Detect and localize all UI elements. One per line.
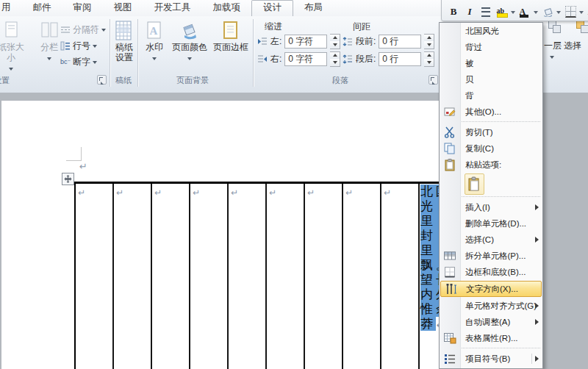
font-color-bar — [520, 15, 528, 18]
table-cell[interactable]: ↵ — [76, 184, 114, 369]
indent-right-spinner[interactable] — [330, 51, 340, 67]
setup-dialog-launcher[interactable] — [97, 75, 107, 85]
chevron-down-icon[interactable] — [579, 11, 584, 14]
chevron-down-icon[interactable] — [534, 11, 538, 14]
space-before-label: 段前: — [356, 35, 376, 48]
chevron-down-icon — [47, 57, 51, 60]
cell-paragraph-mark: ↵ — [345, 187, 353, 198]
indent-right-input[interactable]: 0 字符 — [284, 52, 327, 66]
menu-item-label: 自动调整(A) — [465, 318, 510, 326]
chevron-down-icon[interactable] — [511, 11, 515, 14]
line-numbers-button[interactable]: 行号 — [60, 38, 97, 54]
bold-button[interactable]: B — [446, 5, 461, 18]
candidate-5-menu-item[interactable]: 背 — [440, 87, 542, 104]
hyphenation-label: 断字 — [73, 56, 90, 68]
spacing-header: 间距 — [353, 21, 370, 33]
genko-settings-button[interactable]: 稿纸 设置 — [112, 19, 137, 68]
arrange-group-fragment: 一层 选择 — [544, 40, 588, 52]
menu-item-label: 其他(O)... — [465, 107, 501, 116]
table-cell[interactable]: ↵ — [305, 184, 343, 369]
insert-menu-item[interactable]: 插入(I) — [440, 199, 542, 215]
cut-menu-item[interactable]: 剪切(T) — [440, 124, 542, 140]
tab-1[interactable]: 用 — [0, 0, 22, 16]
paper-size-button[interactable]: 纸张大小 — [0, 19, 28, 68]
select-menu-item[interactable]: 选择(C) — [440, 232, 542, 248]
group-label-manuscript: 稿纸 — [115, 75, 132, 86]
borders-icon — [443, 265, 456, 279]
menu-separator — [462, 196, 540, 197]
table-cell[interactable]: ↵ — [152, 184, 190, 369]
space-after-icon — [343, 54, 353, 64]
candidate-2-menu-item[interactable]: 背过 — [440, 39, 542, 55]
cell-paragraph-mark: ↵ — [231, 187, 238, 198]
italic-button[interactable]: I — [462, 5, 477, 18]
space-after-input[interactable]: 0 行 — [379, 52, 421, 66]
table-cell[interactable]: ↵ — [229, 184, 267, 369]
cell-paragraph-mark: ↵ — [116, 187, 123, 198]
ime-more-menu-item[interactable]: 其他(O)... — [440, 104, 542, 120]
page-color-button[interactable]: 页面颜色 — [171, 19, 209, 68]
borders-button[interactable] — [563, 5, 578, 18]
hyphenation-button[interactable]: bc⁻ 断字 — [60, 54, 97, 70]
tab-5[interactable]: 开发工具 — [143, 0, 202, 16]
space-after-label: 段后: — [356, 53, 376, 65]
ime-pad-icon — [443, 105, 456, 118]
copy-menu-item[interactable]: 复制(C) — [440, 140, 542, 157]
tab-4[interactable]: 视图 — [103, 0, 143, 16]
chevron-down-icon — [9, 68, 13, 71]
group-label-page-bg: 页面背景 — [176, 75, 209, 86]
table-cell[interactable]: ↵ — [190, 184, 229, 369]
candidate-1-menu-item[interactable]: 北国风光 — [440, 23, 542, 39]
paper-size-icon — [1, 21, 21, 41]
breaks-button[interactable]: 分隔符 — [60, 22, 106, 37]
paste-keep-source-button[interactable] — [465, 173, 484, 195]
table-cell[interactable]: ↵ — [267, 184, 305, 369]
page-borders-button[interactable]: 页面边框 — [212, 19, 250, 68]
send-backward-icon-2[interactable] — [553, 25, 561, 33]
shading-button[interactable] — [540, 5, 555, 18]
table-cell[interactable]: ↵ — [343, 184, 381, 369]
tab-7[interactable]: 设计 — [251, 0, 293, 16]
indent-left-label: 左: — [270, 35, 282, 48]
cell-alignment-menu-item[interactable]: 单元格对齐方式(G) — [440, 298, 542, 314]
document-page[interactable]: ↵ ↵↵↵↵↵↵↵↵↵北国光，里封，里飘。望长内外惟余莽↵ — [1, 101, 484, 369]
align-distributed-icon — [481, 7, 490, 17]
indent-left-spinner[interactable] — [330, 34, 340, 49]
copy-icon — [443, 142, 456, 155]
tab-8[interactable]: 布局 — [293, 0, 334, 16]
text-direction-menu-item[interactable]: 文字方向(X)... — [440, 281, 542, 297]
document-table[interactable]: ↵↵↵↵↵↵↵↵↵北国光，里封，里飘。望长内外惟余莽↵ — [74, 182, 487, 369]
space-before-spinner[interactable] — [424, 34, 434, 49]
borders-shading-menu-item[interactable]: 边框和底纹(B)... — [440, 264, 542, 280]
context-menu: 北国风光背过被贝背其他(O)...剪切(T)复制(C)粘贴选项:插入(I)删除单… — [439, 22, 543, 369]
paragraph-dialog-launcher[interactable] — [429, 75, 438, 85]
candidate-4-menu-item[interactable]: 贝 — [440, 71, 542, 87]
candidate-3-menu-item[interactable]: 被 — [440, 55, 542, 71]
bring-forward-icon-2[interactable] — [581, 25, 588, 33]
delete-cells-menu-item[interactable]: 删除单元格(D)... — [440, 215, 542, 232]
text-highlight-button[interactable]: ab — [495, 5, 509, 18]
font-color-button[interactable]: A — [517, 5, 532, 18]
cell-paragraph-mark: ↵ — [384, 187, 391, 198]
group-divider — [110, 19, 111, 87]
menu-item-label: 表格属性(R)... — [465, 334, 518, 343]
space-after-spinner[interactable] — [424, 51, 434, 67]
chevron-down-icon[interactable] — [556, 11, 561, 14]
menu-item-label: 拆分单元格(P)... — [465, 251, 526, 260]
tab-6[interactable]: 加载项 — [202, 0, 252, 16]
space-before-input[interactable]: 0 行 — [379, 35, 421, 49]
table-properties-menu-item[interactable]: 表格属性(R)... — [440, 330, 542, 346]
split-cells-menu-item[interactable]: 拆分单元格(P)... — [440, 248, 542, 264]
watermark-button[interactable]: A 水印 — [141, 19, 168, 68]
tab-2[interactable]: 邮件 — [22, 0, 62, 16]
table-cell[interactable]: ↵ — [381, 184, 420, 369]
tab-3[interactable]: 审阅 — [62, 0, 103, 16]
indent-left-input[interactable]: 0 字符 — [284, 35, 327, 49]
autofit-menu-item[interactable]: 自动调整(A) — [440, 314, 542, 330]
move-arrows-icon — [64, 175, 72, 183]
table-cell[interactable]: ↵ — [114, 184, 152, 369]
indent-right-label: 右: — [270, 53, 282, 65]
table-move-handle[interactable] — [62, 173, 74, 185]
bullets-menu-item[interactable]: 项目符号(B) — [440, 351, 542, 367]
distributed-button[interactable] — [478, 5, 493, 18]
